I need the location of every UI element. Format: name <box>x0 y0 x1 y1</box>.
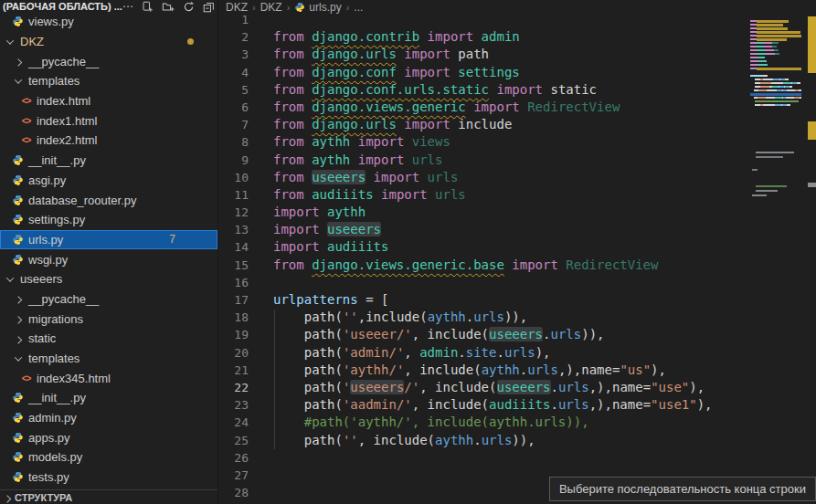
tree-item-apps-py[interactable]: apps.py <box>0 427 217 447</box>
tree-item-admin-py[interactable]: admin.py <box>0 408 217 428</box>
code-line[interactable]: 21 path('aythh/', include(aythh.urls,),n… <box>218 362 748 379</box>
tree-item-settings-py[interactable]: settings.py <box>0 210 217 230</box>
code-line[interactable]: 19 path('useeer/', include(useeers.urls)… <box>218 326 748 343</box>
tree-item-useeers[interactable]: useeers <box>0 269 217 289</box>
line-text: import audiiits <box>273 238 388 256</box>
line-number: 11 <box>218 186 249 204</box>
workspace-title: (РАБОЧАЯ ОБЛАСТЬ) ... <box>3 1 122 12</box>
minimap-line <box>750 46 777 48</box>
new-folder-icon[interactable] <box>162 1 175 13</box>
tree-item-label: static <box>28 331 56 345</box>
code-line[interactable]: 16 <box>218 274 748 291</box>
refresh-icon[interactable] <box>183 1 195 13</box>
code-line[interactable]: 25 path('', include(aythh.urls)), <box>218 432 748 449</box>
tree-item-label: index345.html <box>37 372 111 385</box>
more-actions-icon[interactable]: ⋯ <box>122 2 133 11</box>
tree-item-tests-py[interactable]: tests.py <box>0 467 217 488</box>
explorer-actions: ⋯ <box>122 1 222 13</box>
code-line[interactable]: 10from useeers import urls <box>218 169 748 186</box>
tree-item--init-py[interactable]: __init__.py <box>0 388 217 408</box>
line-number: 14 <box>218 238 249 256</box>
line-text: path('', include(aythh.urls)), <box>273 432 535 449</box>
code-line[interactable]: 8from aythh import views <box>218 133 748 151</box>
code-line[interactable]: 17urlpatterns = [ <box>218 291 748 309</box>
line-number: 26 <box>218 449 249 467</box>
code-line[interactable]: 18 path('',include(aythh.urls)), <box>218 309 748 326</box>
line-number: 25 <box>218 432 249 449</box>
minimap-line <box>750 75 768 78</box>
outline-label: СТРУКТУРА <box>15 492 72 503</box>
tree-item-index-html[interactable]: <>index.html <box>0 91 217 111</box>
python-icon <box>12 471 24 483</box>
tree-item-label: useeers <box>20 272 62 286</box>
tree-item-wsgi-py[interactable]: wsgi.py <box>0 249 217 269</box>
python-icon <box>12 432 24 444</box>
code-line[interactable]: 5from django.conf.urls.static import sta… <box>218 81 748 99</box>
code-line[interactable]: 23 path('aadmin/', include(audiiits.urls… <box>218 396 748 414</box>
code-line[interactable]: 4from django.conf import settings <box>218 64 748 81</box>
tree-item-asgi-py[interactable]: asgi.py <box>0 171 217 191</box>
line-text: path('useeer/', include(useeers.urls)), <box>273 326 605 343</box>
tree-item-label: tests.py <box>28 470 69 484</box>
minimap[interactable] <box>750 0 803 504</box>
code-line[interactable]: 6from django.views.generic import Redire… <box>218 99 748 116</box>
code-line[interactable]: 11from audiiits import urls <box>218 186 748 204</box>
tree-item-urls-py[interactable]: urls.py7 <box>0 230 217 250</box>
line-number: 24 <box>218 414 249 431</box>
line-number: 7 <box>218 116 249 133</box>
code-line[interactable]: 20 path('admin/', admin.site.urls), <box>218 344 748 362</box>
tree-item-templates[interactable]: templates <box>0 71 217 91</box>
code-area[interactable]: 12from django.contrib import admin3from … <box>218 11 748 501</box>
tree-item-index2-html[interactable]: <>index2.html <box>0 131 217 151</box>
code-line[interactable]: 14import audiiits <box>218 238 748 256</box>
code-line[interactable]: 9from aythh import urls <box>218 152 748 169</box>
code-line[interactable]: 24 #path('aythh/', include(aythh.urls)), <box>218 414 748 431</box>
line-text: #path('aythh/', include(aythh.urls)), <box>273 414 589 431</box>
outline-section-header[interactable]: СТРУКТУРА <box>0 489 217 504</box>
tree-item--pycache-[interactable]: __pycache__ <box>0 289 217 310</box>
code-line[interactable]: 26 <box>218 449 748 467</box>
code-line[interactable]: 13import useeers <box>218 221 748 238</box>
tree-item-database-roouter-py[interactable]: database_roouter.py <box>0 190 217 210</box>
tree-item-static[interactable]: static <box>0 329 217 349</box>
file-tree: views.pyDKZ__pycache__templates<>index.h… <box>0 12 217 489</box>
tree-item--pycache-[interactable]: __pycache__ <box>0 51 217 71</box>
minimap-line <box>750 60 767 63</box>
code-line[interactable]: 3from django.urls import path <box>218 46 748 63</box>
problems-badge: 7 <box>169 233 175 246</box>
tree-item-migrations[interactable]: migrations <box>0 309 217 329</box>
line-text: from django.conf.urls.static import stat… <box>273 81 597 99</box>
tree-item-label: __init__.py <box>28 391 86 404</box>
code-line[interactable]: 2from django.contrib import admin <box>218 28 748 46</box>
collapse-all-icon[interactable] <box>203 1 215 13</box>
tree-item-index1-html[interactable]: <>index1.html <box>0 110 217 131</box>
tree-item-dkz[interactable]: DKZ <box>0 32 217 52</box>
code-line[interactable]: 12import aythh <box>218 204 748 221</box>
eol-tooltip: Выберите последовательность конца строки <box>549 477 816 501</box>
tree-item-templates[interactable]: templates <box>0 349 217 369</box>
code-line[interactable]: 22 path('useeers/', include(useeers.urls… <box>218 379 748 396</box>
tree-item-views-py[interactable]: views.py <box>0 12 217 32</box>
tree-item-label: templates <box>28 352 79 365</box>
new-file-icon[interactable] <box>142 1 154 13</box>
code-line[interactable]: 7from django.urls import include <box>218 116 748 133</box>
line-text: path('aythh/', include(aythh.urls,),name… <box>273 362 666 379</box>
minimap-line <box>750 24 783 26</box>
line-number: 12 <box>218 204 249 221</box>
overview-ruler[interactable] <box>808 0 816 504</box>
tree-item-label: urls.py <box>28 233 63 247</box>
workspace-section-header[interactable]: (РАБОЧАЯ ОБЛАСТЬ) ... ⋯ <box>0 0 217 13</box>
tree-item-label: models.py <box>28 450 82 464</box>
code-line[interactable]: 1 <box>218 11 748 28</box>
code-line[interactable]: 15from django.views.generic.base import … <box>218 257 748 274</box>
minimap-mark <box>756 156 783 158</box>
minimap-line <box>750 38 787 41</box>
minimap-line <box>750 64 768 67</box>
python-icon <box>12 154 24 166</box>
tree-item-models-py[interactable]: models.py <box>0 447 217 467</box>
line-number: 5 <box>218 81 249 99</box>
line-text: import aythh <box>273 204 366 221</box>
tree-item-index345-html[interactable]: <>index345.html <box>0 368 217 388</box>
tree-item--init-py[interactable]: __init__.py <box>0 151 217 171</box>
tree-item-label: admin.py <box>28 411 77 425</box>
